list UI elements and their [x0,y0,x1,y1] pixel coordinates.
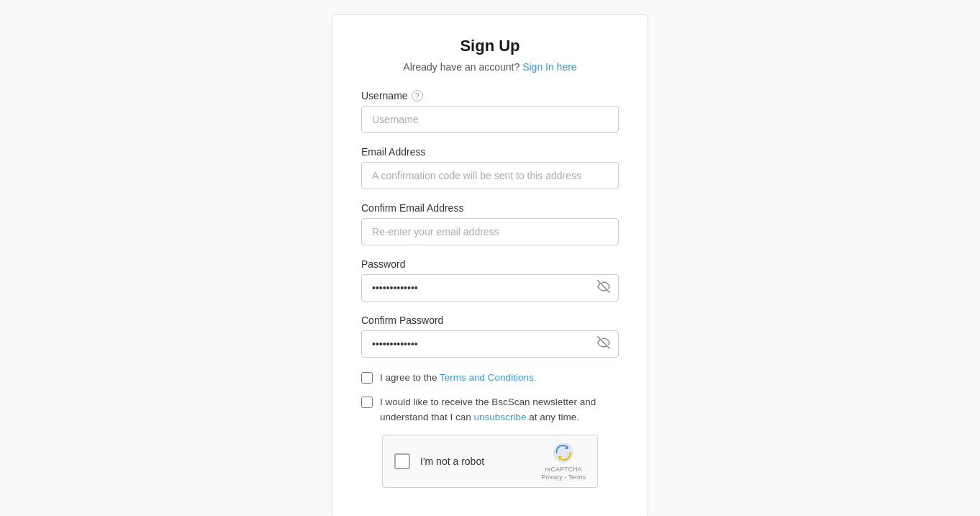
sign-in-link[interactable]: Sign In here [522,61,577,73]
terms-checkbox-label[interactable]: I agree to the Terms and Conditions. [380,371,536,385]
confirm-password-field-group: Confirm Password [361,314,619,358]
captcha-logo: reCAPTCHAPrivacy - Terms [541,441,586,481]
captcha-box[interactable]: I'm not a robot reCAPTCHAPrivacy - Terms [382,435,598,488]
captcha-label: I'm not a robot [420,456,531,467]
password-field-group: Password [361,258,619,302]
captcha-container: I'm not a robot reCAPTCHAPrivacy - Terms [361,435,619,488]
password-input[interactable] [361,274,619,302]
username-field-group: Username ? [361,90,619,133]
sign-in-prompt-text: Already have an account? [403,61,520,73]
username-label-text: Username [361,90,408,101]
confirm-password-wrapper [361,330,619,358]
password-toggle-icon[interactable] [597,280,610,296]
email-label-text: Email Address [361,146,425,158]
confirm-email-label-text: Confirm Email Address [361,202,463,214]
recaptcha-icon [552,441,575,464]
newsletter-checkbox[interactable] [361,397,373,408]
terms-link[interactable]: Terms and Conditions. [440,372,536,383]
password-wrapper [361,274,619,302]
confirm-email-input[interactable] [361,218,619,245]
signup-form-container: Sign Up Already have an account? Sign In… [332,14,648,516]
email-input[interactable] [361,162,619,189]
newsletter-unsubscribe-link[interactable]: unsubscribe [474,412,527,422]
email-label: Email Address [361,146,619,158]
username-help-icon[interactable]: ? [412,90,423,101]
confirm-email-field-group: Confirm Email Address [361,202,619,245]
sign-in-prompt: Already have an account? Sign In here [361,61,619,73]
terms-label-prefix: I agree to the [380,372,440,383]
newsletter-checkbox-label[interactable]: I would like to receive the BscScan news… [380,395,619,425]
terms-checkbox[interactable] [361,372,373,384]
captcha-checkbox[interactable] [394,453,410,469]
newsletter-checkbox-group: I would like to receive the BscScan news… [361,395,619,425]
confirm-email-label: Confirm Email Address [361,202,619,214]
newsletter-label-suffix: at any time. [526,412,579,422]
username-input[interactable] [361,106,619,133]
password-label-text: Password [361,258,405,270]
confirm-password-label: Confirm Password [361,314,619,326]
email-field-group: Email Address [361,146,619,189]
page-wrapper: Sign Up Already have an account? Sign In… [0,0,980,516]
confirm-password-label-text: Confirm Password [361,314,443,326]
confirm-password-input[interactable] [361,330,619,358]
password-label: Password [361,258,619,270]
recaptcha-brand-text: reCAPTCHAPrivacy - Terms [541,466,586,481]
username-label: Username ? [361,90,619,101]
terms-checkbox-group: I agree to the Terms and Conditions. [361,371,619,385]
page-title: Sign Up [361,37,619,55]
confirm-password-toggle-icon[interactable] [597,336,610,352]
